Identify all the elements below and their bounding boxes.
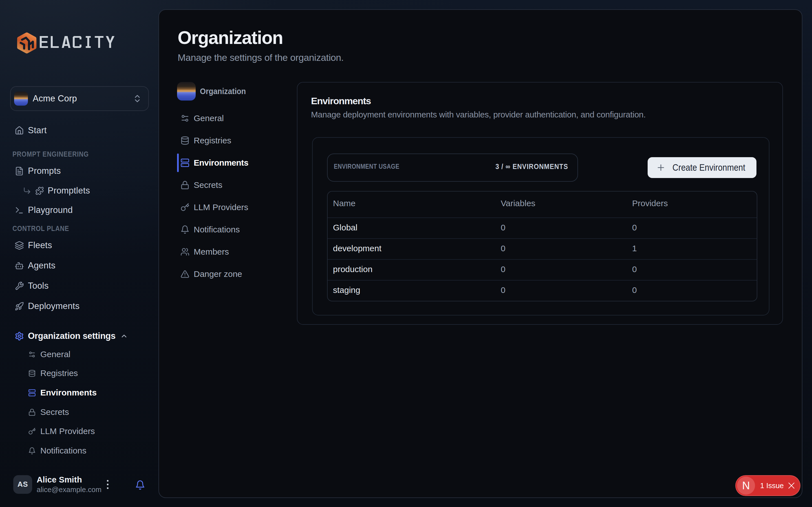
- key-icon: [28, 428, 36, 435]
- corner-down-right-icon: [23, 186, 31, 195]
- table-body: Global 0 0 development 0 1 production: [327, 217, 757, 301]
- cell-variables: 0: [501, 285, 632, 295]
- org-logo: [177, 82, 196, 101]
- lock-icon: [28, 408, 36, 416]
- chevron-up-icon: [120, 332, 128, 340]
- col-variables: Variables: [501, 199, 632, 208]
- tab-label: Danger zone: [194, 269, 242, 279]
- section-control-plane: CONTROL PLANE: [0, 223, 135, 234]
- sidebar-item-llm-providers[interactable]: LLM Providers: [0, 422, 158, 440]
- tab-llm-providers[interactable]: LLM Providers: [177, 198, 297, 217]
- sidebar-item-promptlets[interactable]: Promptlets: [0, 182, 158, 200]
- sidebar-item-label: Start: [28, 125, 47, 135]
- table-row-global[interactable]: Global 0 0: [327, 217, 757, 238]
- server-icon: [181, 158, 190, 167]
- tab-registries[interactable]: Registries: [177, 131, 297, 150]
- sidebar-item-general[interactable]: General: [0, 345, 158, 363]
- table-row-staging[interactable]: staging 0 0: [327, 280, 757, 301]
- tab-members[interactable]: Members: [177, 242, 297, 261]
- table-header: Name Variables Providers: [327, 191, 757, 217]
- sidebar-item-label: Agents: [28, 261, 56, 271]
- tab-environments[interactable]: Environments: [177, 154, 297, 172]
- sidebar-item-start[interactable]: Start: [0, 121, 158, 139]
- sidebar-item-label: Promptlets: [48, 186, 90, 196]
- sliders-icon: [28, 351, 36, 358]
- close-icon[interactable]: [786, 480, 797, 491]
- sidebar-item-playground[interactable]: Playground: [0, 201, 158, 219]
- plus-icon: [656, 163, 666, 172]
- main-card: Organization Manage the settings of the …: [158, 9, 802, 498]
- cell-providers: 0: [632, 265, 757, 274]
- cell-variables: 0: [501, 244, 632, 253]
- issues-toast[interactable]: N 1 Issue: [735, 475, 801, 496]
- cell-variables: 0: [501, 223, 632, 232]
- elacity-wordmark: [40, 36, 114, 48]
- section-prompt-engineering: PROMPT ENGINEERING: [0, 149, 135, 160]
- sidebar-item-deployments[interactable]: Deployments: [0, 297, 158, 315]
- tab-secrets[interactable]: Secrets: [177, 176, 297, 194]
- ellipsis-vertical-icon: [103, 478, 112, 491]
- user-menu-button[interactable]: [102, 479, 113, 490]
- cell-name: production: [327, 265, 501, 274]
- bot-icon: [15, 261, 24, 270]
- org-group-label: Organization: [200, 87, 246, 96]
- table-row-development[interactable]: development 0 1: [327, 238, 757, 259]
- cell-variables: 0: [501, 265, 632, 274]
- environments-card: ENVIRONMENT USAGE 3 / ∞ ENVIRONMENTS Cre…: [312, 137, 769, 316]
- sidebar: Acme Corp Start PROMPT ENGINEERING Promp…: [0, 0, 158, 507]
- issues-toast-label: 1 Issue: [760, 482, 784, 490]
- sidebar-item-label: Environments: [40, 388, 97, 397]
- environments-card-header: ENVIRONMENT USAGE 3 / ∞ ENVIRONMENTS Cre…: [327, 154, 756, 182]
- brand: [15, 32, 114, 54]
- wrench-icon: [15, 281, 24, 291]
- sidebar-item-environments[interactable]: Environments: [0, 384, 158, 402]
- settings-nav: Organization General Registries: [177, 82, 297, 287]
- notifications-bell-button[interactable]: [134, 479, 146, 491]
- user-email: alice@example.com: [37, 485, 97, 494]
- tab-label: Environments: [194, 158, 248, 168]
- tab-general[interactable]: General: [177, 109, 297, 128]
- layers-icon: [15, 241, 24, 250]
- sidebar-item-prompts[interactable]: Prompts: [0, 162, 158, 180]
- tab-danger-zone[interactable]: Danger zone: [177, 265, 297, 283]
- users-icon: [181, 247, 190, 256]
- cell-providers: 0: [632, 285, 757, 295]
- cell-name: development: [327, 244, 501, 253]
- sidebar-item-fleets[interactable]: Fleets: [0, 236, 158, 255]
- tab-label: LLM Providers: [194, 203, 248, 212]
- tab-label: Registries: [194, 136, 231, 145]
- tab-label: Notifications: [194, 225, 240, 234]
- sidebar-item-organization-settings[interactable]: Organization settings: [0, 327, 158, 345]
- workspace-switcher[interactable]: Acme Corp: [10, 86, 149, 111]
- create-environment-button[interactable]: Create Environment: [648, 157, 756, 178]
- warning-triangle-icon: [181, 270, 190, 279]
- sidebar-item-agents[interactable]: Agents: [0, 257, 158, 275]
- database-icon: [28, 370, 36, 377]
- tab-notifications[interactable]: Notifications: [177, 220, 297, 239]
- user-name: Alice Smith: [37, 474, 97, 485]
- col-providers: Providers: [632, 199, 757, 208]
- cell-name: staging: [327, 285, 501, 295]
- sidebar-item-secrets[interactable]: Secrets: [0, 403, 158, 421]
- workspace-name: Acme Corp: [33, 94, 133, 104]
- terminal-icon: [15, 206, 24, 215]
- tab-label: General: [194, 114, 224, 123]
- table-row-production[interactable]: production 0 0: [327, 259, 757, 280]
- sidebar-item-tools[interactable]: Tools: [0, 277, 158, 295]
- sliders-icon: [181, 114, 190, 123]
- lock-icon: [181, 180, 190, 189]
- user-footer: AS Alice Smith alice@example.com: [13, 474, 146, 494]
- sidebar-item-label: Registries: [40, 369, 78, 378]
- panel-description: Manage deployment environments with vari…: [311, 110, 782, 119]
- chevrons-up-down-icon: [133, 94, 142, 103]
- sidebar-item-notifications[interactable]: Notifications: [0, 442, 158, 460]
- server-icon: [28, 389, 36, 397]
- sidebar-item-label: Tools: [28, 281, 49, 291]
- bell-icon: [181, 225, 190, 234]
- sidebar-item-label: Fleets: [28, 240, 52, 250]
- environments-table: Name Variables Providers Global 0 0 d: [327, 191, 757, 301]
- settings-tab-list: General Registries Environments: [177, 109, 297, 287]
- page-subtitle: Manage the settings of the organization.: [177, 52, 802, 63]
- sidebar-item-registries[interactable]: Registries: [0, 364, 158, 382]
- sidebar-item-label: General: [40, 349, 70, 359]
